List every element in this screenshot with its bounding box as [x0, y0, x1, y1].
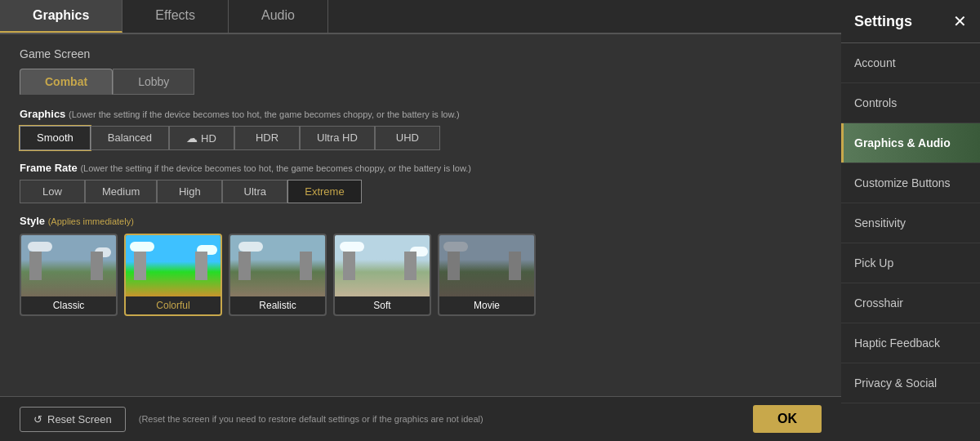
game-screen-label: Game Screen: [20, 47, 822, 60]
cloud-3: [130, 242, 154, 252]
sidebar: Settings ✕ Account Controls Graphics & A…: [841, 0, 980, 441]
frame-rate-setting-row: Frame Rate (Lower the setting if the dev…: [20, 162, 822, 203]
graphics-option-hdr[interactable]: HDR: [234, 126, 300, 150]
ok-button[interactable]: OK: [753, 405, 822, 433]
cloud-1: [28, 242, 52, 252]
bottom-bar: ↺ Reset Screen (Reset the screen if you …: [0, 396, 841, 441]
reset-label: Reset Screen: [47, 413, 112, 425]
cloud-8: [443, 242, 468, 252]
style-card-soft-label: Soft: [335, 296, 430, 314]
style-card-realistic[interactable]: Realistic: [229, 234, 327, 316]
content-area: Game Screen Combat Lobby Graphics (Lower…: [0, 34, 841, 396]
style-card-classic[interactable]: Classic: [20, 234, 118, 316]
cloud-2: [95, 247, 111, 257]
style-label: Style (Applies immediately): [20, 215, 822, 227]
tab-audio[interactable]: Audio: [229, 0, 328, 33]
style-card-realistic-label: Realistic: [230, 296, 325, 314]
frame-rate-options: Low Medium High Ultra Extreme: [20, 180, 822, 203]
style-card-movie-img: [439, 235, 536, 296]
style-card-soft-img: [335, 235, 431, 296]
style-card-movie-label: Movie: [439, 296, 534, 314]
frame-option-extreme[interactable]: Extreme: [287, 180, 361, 203]
sidebar-item-haptic-feedback[interactable]: Haptic Feedback: [841, 323, 980, 363]
sidebar-item-graphics-audio[interactable]: Graphics & Audio: [841, 123, 980, 163]
graphics-option-ultrahd[interactable]: Ultra HD: [300, 126, 375, 150]
frame-option-medium[interactable]: Medium: [85, 180, 157, 203]
reset-icon: ↺: [33, 413, 42, 425]
style-card-colorful-label: Colorful: [126, 296, 220, 314]
graphics-option-hd[interactable]: ☁ HD: [169, 126, 234, 150]
frame-rate-label: Frame Rate (Lower the setting if the dev…: [20, 162, 822, 174]
style-cards: Classic Colorful Realistic: [20, 234, 822, 316]
style-section: Style (Applies immediately) Classic Colo…: [20, 215, 822, 316]
main-panel: Graphics Effects Audio Game Screen Comba…: [0, 0, 841, 441]
cloud-5: [238, 242, 263, 252]
frame-option-ultra[interactable]: Ultra: [222, 180, 287, 203]
sidebar-item-sensitivity[interactable]: Sensitivity: [841, 203, 980, 243]
style-card-colorful[interactable]: Colorful: [124, 234, 222, 316]
style-card-classic-label: Classic: [21, 296, 116, 314]
style-card-colorful-img: [126, 235, 222, 296]
reset-screen-button[interactable]: ↺ Reset Screen: [20, 407, 126, 432]
style-card-movie[interactable]: Movie: [438, 234, 536, 316]
style-card-realistic-img: [230, 235, 327, 296]
sidebar-item-controls[interactable]: Controls: [841, 83, 980, 123]
tab-combat[interactable]: Combat: [20, 69, 113, 95]
graphics-options: Smooth Balanced ☁ HD HDR Ultra HD UHD: [20, 126, 822, 150]
sidebar-item-crosshair[interactable]: Crosshair: [841, 283, 980, 323]
frame-option-low[interactable]: Low: [20, 180, 85, 203]
sub-tabs: Combat Lobby: [20, 69, 822, 95]
frame-option-high[interactable]: High: [157, 180, 222, 203]
sidebar-header: Settings ✕: [841, 0, 980, 43]
sidebar-item-privacy-social[interactable]: Privacy & Social: [841, 363, 980, 403]
graphics-setting-row: Graphics (Lower the setting if the devic…: [20, 108, 822, 150]
tab-lobby[interactable]: Lobby: [113, 69, 194, 95]
graphics-setting-label: Graphics (Lower the setting if the devic…: [20, 108, 822, 120]
style-card-soft[interactable]: Soft: [333, 234, 431, 316]
graphics-option-balanced[interactable]: Balanced: [91, 126, 169, 150]
cloud-7: [410, 247, 428, 256]
sidebar-title: Settings: [854, 13, 912, 30]
tab-graphics[interactable]: Graphics: [0, 0, 122, 33]
top-tabs: Graphics Effects Audio: [0, 0, 841, 34]
reset-hint: (Reset the screen if you need to restore…: [139, 414, 740, 424]
close-button[interactable]: ✕: [953, 11, 967, 31]
graphics-option-smooth[interactable]: Smooth: [20, 126, 91, 150]
sidebar-item-account[interactable]: Account: [841, 43, 980, 83]
style-card-classic-img: [21, 235, 118, 296]
sidebar-item-pick-up[interactable]: Pick Up: [841, 243, 980, 283]
graphics-option-uhd[interactable]: UHD: [375, 126, 440, 150]
cloud-4: [197, 245, 217, 255]
cloud-6: [340, 242, 364, 252]
sidebar-item-customize-buttons[interactable]: Customize Buttons: [841, 163, 980, 203]
tab-effects[interactable]: Effects: [122, 0, 229, 33]
